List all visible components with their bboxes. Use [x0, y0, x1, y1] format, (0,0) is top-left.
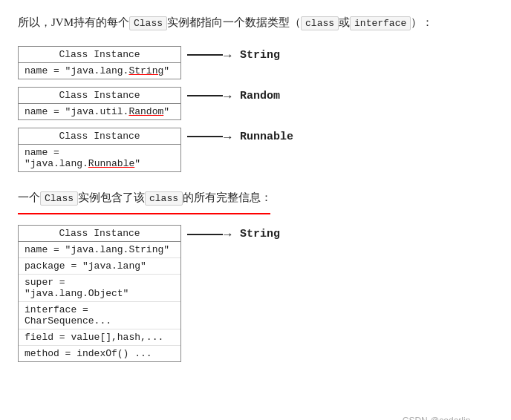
arrow-horiz-runnable: [187, 136, 223, 137]
page-container: 所以，JVM持有的每个Class实例都指向一个数据类型（class或interf…: [18, 13, 493, 420]
arrow-head-string2: →: [221, 228, 234, 240]
arrow-horiz-string2: [187, 234, 223, 235]
arrow-head-string: →: [221, 49, 234, 62]
section2-paragraph: 一个Class实例包含了该class的所有完整信息：: [18, 188, 493, 208]
class-box-random: Class Instance name = "java.util.Random": [18, 87, 181, 120]
arrow-line-runnable: →: [187, 131, 234, 143]
class-box-runnable: Class Instance name = "java.lang.Runnabl…: [18, 128, 181, 172]
section2-text-end: 的所有完整信息：: [183, 191, 272, 203]
arrow-label-string2: String: [240, 228, 280, 240]
class-box-string2-row2: package = "java.lang": [19, 257, 180, 274]
diagram-random: Class Instance name = "java.util.Random"…: [18, 87, 493, 120]
class-box-string-row1: name = "java.lang.String": [19, 63, 180, 79]
class-box-random-header: Class Instance: [19, 88, 180, 104]
underline-runnable: Runnable: [88, 158, 134, 169]
intro-code1: Class: [129, 16, 167, 30]
arrow-string2: → String: [187, 228, 280, 240]
class-box-string2-row5: field = value[],hash,...: [19, 329, 180, 345]
section2-code1: Class: [40, 191, 78, 206]
intro-text-middle1: 实例都指向一个数据类型（: [167, 16, 301, 28]
arrow-head-runnable: →: [221, 131, 234, 143]
watermark: CSDN @coderlin_: [403, 416, 475, 420]
arrow-label-string: String: [240, 49, 280, 62]
underline-string: String: [128, 65, 163, 76]
section2-code2: class: [145, 191, 183, 206]
arrow-line-random: →: [187, 90, 234, 102]
class-box-string2: Class Instance name = "java.lang.String"…: [18, 225, 181, 362]
red-divider: [18, 213, 270, 214]
intro-text-middle2: 或: [339, 16, 350, 28]
diagrams-section: Class Instance name = "java.lang.String"…: [18, 46, 493, 172]
arrow-runnable: → Runnable: [187, 131, 293, 143]
intro-code2: class: [301, 16, 339, 30]
diagram2-wrapper: Class Instance name = "java.lang.String"…: [18, 225, 493, 362]
class-box-string2-row3: super = "java.lang.Object": [19, 274, 180, 301]
arrow-horiz-random: [187, 95, 223, 96]
arrow-horiz-string: [187, 54, 223, 56]
section2-text-before: 一个: [18, 191, 40, 203]
diagram-runnable: Class Instance name = "java.lang.Runnabl…: [18, 128, 493, 172]
class-box-string2-header: Class Instance: [19, 226, 180, 242]
underline-random: Random: [128, 106, 163, 117]
class-box-string: Class Instance name = "java.lang.String": [18, 46, 181, 79]
class-box-random-row1: name = "java.util.Random": [19, 104, 180, 119]
arrow-label-random: Random: [240, 90, 280, 102]
arrow-head-random: →: [221, 90, 234, 102]
class-box-runnable-header: Class Instance: [19, 128, 180, 145]
arrow-label-runnable: Runnable: [240, 131, 293, 143]
intro-code3: interface: [350, 16, 411, 30]
intro-paragraph: 所以，JVM持有的每个Class实例都指向一个数据类型（class或interf…: [18, 13, 493, 33]
class-box-string2-row4: interface = CharSequence...: [19, 301, 180, 329]
class-box-runnable-row1: name = "java.lang.Runnable": [19, 145, 180, 171]
intro-text-end: ）：: [411, 16, 433, 28]
arrow-random: → Random: [187, 90, 280, 102]
arrow-string: → String: [187, 49, 280, 62]
class-box-string2-row1: name = "java.lang.String": [19, 242, 180, 257]
diagram-string: Class Instance name = "java.lang.String"…: [18, 46, 493, 79]
section2-text-middle: 实例包含了该: [78, 191, 145, 203]
arrow-line-string2: →: [187, 228, 234, 240]
class-box-string2-row6: method = indexOf() ...: [19, 345, 180, 361]
class-box-string-header: Class Instance: [19, 47, 180, 63]
arrow-line-string: →: [187, 49, 234, 62]
intro-text-before: 所以，JVM持有的每个: [18, 16, 129, 28]
